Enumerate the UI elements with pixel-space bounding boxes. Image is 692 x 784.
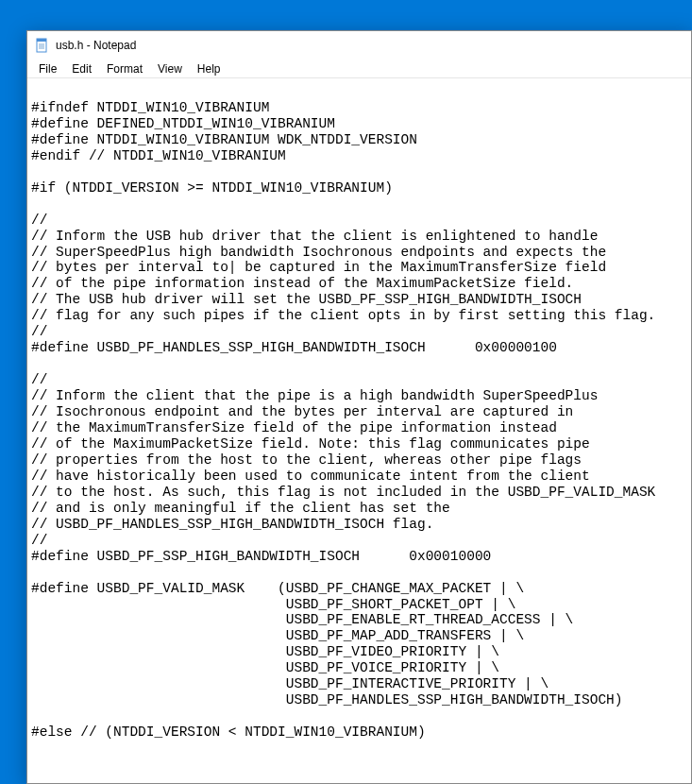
notepad-window: usb.h - Notepad File Edit Format View He… [26, 30, 692, 784]
svg-rect-1 [37, 39, 46, 42]
menubar: File Edit Format View Help [27, 60, 691, 78]
text-editor[interactable]: #ifndef NTDDI_WIN10_VIBRANIUM #define DE… [27, 78, 691, 783]
menu-edit[interactable]: Edit [64, 60, 99, 77]
menu-help[interactable]: Help [190, 60, 228, 77]
notepad-icon [35, 38, 50, 53]
menu-format[interactable]: Format [99, 60, 150, 77]
menu-file[interactable]: File [31, 60, 64, 77]
window-title: usb.h - Notepad [56, 39, 136, 52]
titlebar[interactable]: usb.h - Notepad [27, 31, 691, 60]
menu-view[interactable]: View [150, 60, 190, 77]
